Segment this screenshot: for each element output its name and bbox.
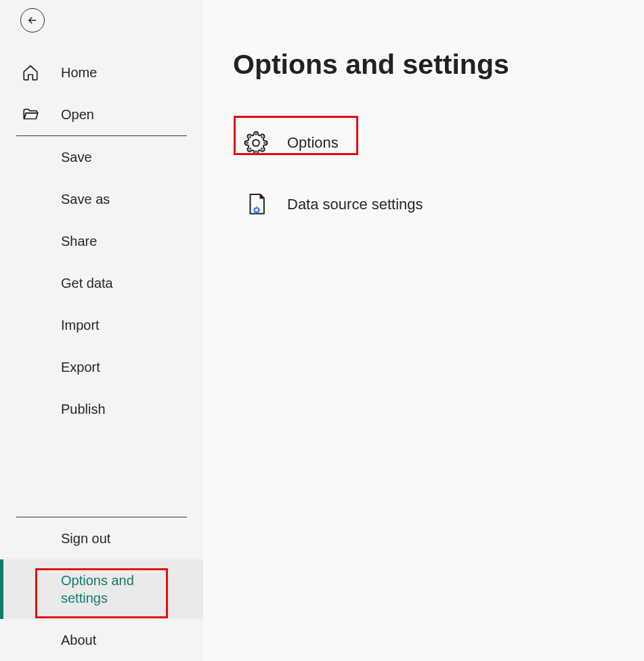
sidebar-item-open[interactable]: Open [0,93,203,135]
sidebar-item-sign-out[interactable]: Sign out [0,517,203,559]
sidebar-item-label: Share [61,232,97,250]
sidebar-item-about[interactable]: About [0,619,203,661]
sidebar: Home Open Save Save as Share Get data Im… [0,0,203,661]
main-content: Options and settings Options Data sourc [203,0,644,661]
sidebar-item-label: Options and settings [61,572,149,607]
option-label: Options [287,134,339,152]
sidebar-item-export[interactable]: Export [0,346,203,388]
sidebar-item-label: Publish [61,400,106,418]
sidebar-item-label: Save as [61,190,110,208]
option-row-options[interactable]: Options [233,119,349,167]
home-icon [22,64,61,81]
gear-icon [244,131,287,155]
option-row-data-source-settings[interactable]: Data source settings [233,179,434,230]
svg-point-1 [255,208,259,212]
option-label: Data source settings [287,196,423,213]
sidebar-item-label: Home [61,64,97,81]
sidebar-item-publish[interactable]: Publish [0,388,203,430]
sidebar-item-label: Export [61,358,100,376]
page-title: Options and settings [233,49,614,81]
back-button[interactable] [20,8,45,33]
document-gear-icon [244,192,287,217]
sidebar-item-label: Sign out [61,530,110,547]
sidebar-item-save[interactable]: Save [0,136,203,178]
sidebar-item-label: About [61,631,96,649]
sidebar-item-label: Open [61,106,94,123]
folder-open-icon [22,106,61,123]
arrow-left-icon [26,14,39,26]
sidebar-item-label: Import [61,316,100,334]
svg-point-0 [253,140,259,146]
sidebar-item-save-as[interactable]: Save as [0,178,203,220]
sidebar-item-get-data[interactable]: Get data [0,262,203,304]
sidebar-item-home[interactable]: Home [0,51,203,93]
sidebar-item-label: Get data [61,274,113,292]
sidebar-item-label: Save [61,148,92,166]
sidebar-item-options-and-settings[interactable]: Options and settings [0,559,203,619]
sidebar-item-import[interactable]: Import [0,304,203,346]
sidebar-item-share[interactable]: Share [0,220,203,262]
